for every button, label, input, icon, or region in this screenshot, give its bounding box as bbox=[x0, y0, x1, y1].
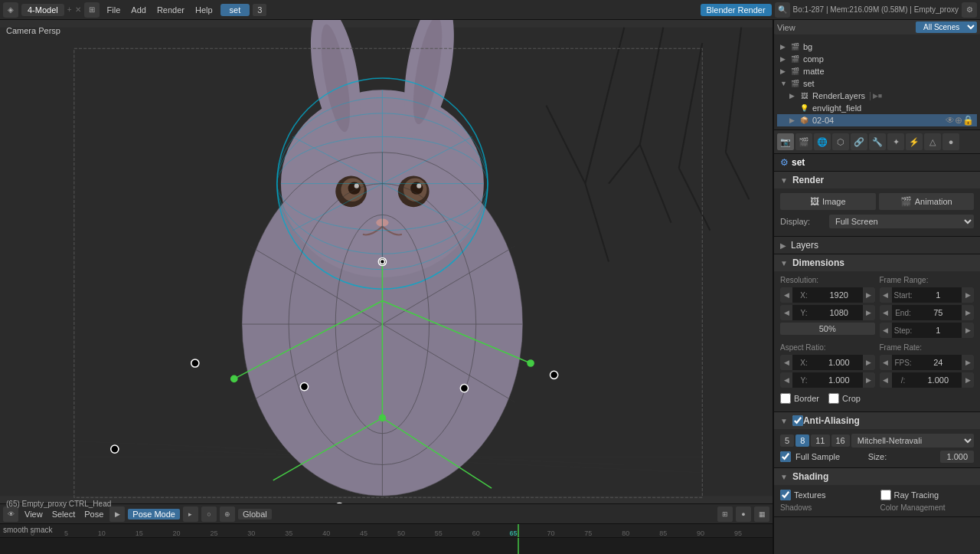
toggle-icon[interactable]: ▸ bbox=[183, 506, 198, 522]
display-dropdown[interactable]: Full Screen bbox=[829, 215, 974, 228]
scene-prop-icon[interactable]: 🎬 bbox=[795, 133, 812, 150]
aspect-x-field[interactable]: ◀ X: 1.000 ▶ bbox=[780, 355, 875, 370]
ax-dec-btn[interactable]: ◀ bbox=[780, 355, 792, 370]
full-sample-checkbox[interactable] bbox=[780, 451, 791, 462]
canvas-area[interactable] bbox=[0, 20, 773, 503]
aa-8-btn[interactable]: 8 bbox=[795, 434, 809, 447]
percent-field[interactable]: 50% bbox=[780, 323, 875, 335]
step-inc-btn[interactable]: ▶ bbox=[962, 323, 974, 338]
fpsd-dec-btn[interactable]: ◀ bbox=[880, 372, 892, 388]
y-inc-btn[interactable]: ▶ bbox=[863, 305, 875, 320]
tree-item-comp[interactable]: ▶ 🎬 comp bbox=[777, 53, 977, 65]
object-prop-icon[interactable]: ⬡ bbox=[832, 133, 849, 150]
aa-enable-checkbox[interactable] bbox=[792, 415, 803, 426]
playhead[interactable] bbox=[518, 524, 519, 537]
fps-inc-btn[interactable]: ▶ bbox=[962, 355, 974, 370]
dimensions-section-header[interactable]: ▼ Dimensions bbox=[774, 254, 980, 271]
cursor-icon[interactable]: ⊕ bbox=[955, 115, 962, 126]
border-checkbox[interactable] bbox=[780, 393, 791, 404]
particle-prop-icon[interactable]: ✦ bbox=[887, 133, 904, 150]
expand-icon: ▶ bbox=[780, 55, 788, 63]
pose-mode-btn[interactable]: Pose Mode bbox=[128, 509, 180, 520]
ax-inc-btn[interactable]: ▶ bbox=[863, 355, 875, 370]
textures-checkbox[interactable] bbox=[780, 490, 791, 500]
render-section-header[interactable]: ▼ Render bbox=[774, 172, 980, 188]
global-btn[interactable]: Global bbox=[238, 509, 272, 520]
select-menu[interactable]: Select bbox=[49, 510, 79, 519]
mode-icon[interactable]: ▶ bbox=[109, 506, 125, 522]
lamp-icon: 💡 bbox=[799, 103, 809, 113]
scene-dropdown[interactable]: All Scenes bbox=[916, 21, 977, 33]
step-frame-field[interactable]: ◀ Step: 1 ▶ bbox=[880, 323, 975, 338]
menu-file[interactable]: File bbox=[103, 4, 126, 16]
ay-inc-btn[interactable]: ▶ bbox=[863, 372, 875, 388]
modifier-prop-icon[interactable]: 🔧 bbox=[869, 133, 886, 150]
aa-section-header[interactable]: ▼ Anti-Aliasing bbox=[774, 412, 980, 429]
tree-item-envlight[interactable]: 💡 envlight_field bbox=[777, 102, 977, 114]
timeline[interactable]: smooth smack 0 5 10 15 20 25 30 35 40 45 bbox=[0, 523, 773, 554]
physics-prop-icon[interactable]: ⚡ bbox=[906, 133, 923, 150]
menu-help[interactable]: Help bbox=[191, 4, 217, 16]
material-prop-icon[interactable]: ● bbox=[942, 133, 959, 150]
snap-icon[interactable]: ⊕ bbox=[220, 506, 235, 522]
crop-label: Crop bbox=[842, 394, 861, 403]
end-frame-field[interactable]: ◀ End: 75 ▶ bbox=[880, 305, 975, 320]
resolution-y-field[interactable]: ◀ Y: 1080 ▶ bbox=[780, 305, 875, 320]
render-icon[interactable]: ▦ bbox=[754, 506, 769, 522]
viewport[interactable]: Camera Persp bbox=[0, 20, 773, 554]
aa-5-btn[interactable]: 5 bbox=[780, 434, 794, 447]
step-dec-btn[interactable]: ◀ bbox=[880, 323, 892, 338]
image-render-btn[interactable]: 🖼 Image bbox=[780, 193, 876, 210]
view-menu[interactable]: View bbox=[21, 510, 46, 519]
x-dec-btn[interactable]: ◀ bbox=[780, 287, 792, 303]
menu-render[interactable]: Render bbox=[152, 4, 189, 16]
eye-icon[interactable]: 👁 bbox=[946, 115, 955, 126]
search-icon[interactable]: 🔍 bbox=[775, 2, 790, 18]
fpsd-inc-btn[interactable]: ▶ bbox=[962, 372, 974, 388]
menu-add[interactable]: Add bbox=[126, 4, 151, 16]
start-frame-field[interactable]: ◀ Start: 1 ▶ bbox=[880, 287, 975, 303]
view-icon[interactable]: 👁 bbox=[3, 506, 18, 522]
draw-icon[interactable]: ○ bbox=[201, 506, 217, 522]
resolution-x-field[interactable]: ◀ X: 1920 ▶ bbox=[780, 287, 875, 303]
shading-icon[interactable]: ● bbox=[736, 506, 751, 522]
window-type-selector[interactable]: 4-Model bbox=[21, 4, 64, 16]
aa-filter-dropdown[interactable]: Mitchell-Netravali bbox=[851, 434, 974, 447]
x-inc-btn[interactable]: ▶ bbox=[863, 287, 875, 303]
world-prop-icon[interactable]: 🌐 bbox=[814, 133, 831, 150]
animation-render-btn[interactable]: 🎬 Animation bbox=[879, 193, 975, 210]
aa-16-btn[interactable]: 16 bbox=[831, 434, 850, 447]
timeline-track[interactable] bbox=[0, 538, 773, 554]
start-inc-btn[interactable]: ▶ bbox=[962, 287, 974, 303]
lock-icon[interactable]: 🔒 bbox=[962, 115, 974, 126]
view-label[interactable]: View bbox=[777, 23, 795, 32]
aspect-y-field[interactable]: ◀ Y: 1.000 ▶ bbox=[780, 372, 875, 388]
shading-section-header[interactable]: ▼ Shading bbox=[774, 468, 980, 485]
scene-name[interactable]: set bbox=[220, 4, 250, 16]
layers-section[interactable]: ▶ Layers bbox=[774, 237, 980, 254]
ay-dec-btn[interactable]: ◀ bbox=[780, 372, 792, 388]
render-prop-icon[interactable]: 📷 bbox=[777, 133, 794, 150]
tree-item-matte[interactable]: ▶ 🎬 matte bbox=[777, 65, 977, 77]
tree-item-bg[interactable]: ▶ 🎬 bg bbox=[777, 41, 977, 53]
active-scene-name: set bbox=[792, 157, 805, 168]
ray-tracing-checkbox[interactable] bbox=[880, 490, 891, 500]
end-inc-btn[interactable]: ▶ bbox=[962, 305, 974, 320]
fps-dec-btn[interactable]: ◀ bbox=[880, 355, 892, 370]
constraint-prop-icon[interactable]: 🔗 bbox=[851, 133, 867, 150]
tree-item-set[interactable]: ▼ 🎬 set bbox=[777, 77, 977, 90]
fps-field[interactable]: ◀ FPS: 24 ▶ bbox=[880, 355, 975, 370]
crop-checkbox[interactable] bbox=[828, 393, 839, 404]
end-dec-btn[interactable]: ◀ bbox=[880, 305, 892, 320]
y-dec-btn[interactable]: ◀ bbox=[780, 305, 792, 320]
pose-menu[interactable]: Pose bbox=[81, 510, 106, 519]
start-dec-btn[interactable]: ◀ bbox=[880, 287, 892, 303]
tree-item-02-04[interactable]: ▶ 📦 02-04 👁 ⊕ 🔒 bbox=[777, 114, 977, 126]
fps-denom-field[interactable]: ◀ /: 1.000 ▶ bbox=[880, 372, 975, 388]
overlay-icon[interactable]: ⊞ bbox=[717, 506, 733, 522]
aa-11-btn[interactable]: 11 bbox=[811, 434, 829, 447]
data-prop-icon[interactable]: △ bbox=[924, 133, 941, 150]
settings-icon[interactable]: ⚙ bbox=[962, 2, 977, 18]
render-engine-selector[interactable]: Blender Render bbox=[701, 4, 772, 16]
tree-item-renderlayers[interactable]: ▶ 🖼 RenderLayers │ ▶ ■ bbox=[777, 90, 977, 102]
